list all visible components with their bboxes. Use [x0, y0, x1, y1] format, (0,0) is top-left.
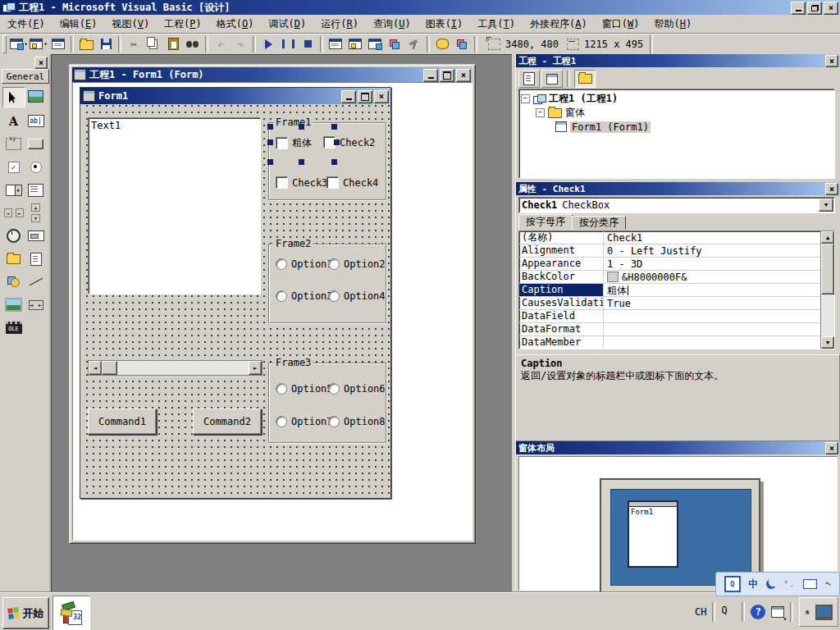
menu-help[interactable]: 帮助(H)	[646, 15, 699, 34]
tool-vscrollbar[interactable]: ▲▼	[25, 203, 47, 222]
designer-minimize-button[interactable]	[423, 69, 438, 82]
option6-control[interactable]: Option6	[328, 383, 386, 395]
property-row[interactable]: CausesValidationTrue	[519, 297, 821, 310]
tool-data[interactable]: ◄►	[25, 295, 47, 314]
undo-button[interactable]: ↶	[211, 35, 231, 53]
frame1-control[interactable]: Frame1 粗体 Check2 Check3 Check4	[268, 122, 386, 200]
add-form-button[interactable]: ▾	[29, 35, 48, 53]
toolbar-grip[interactable]	[2, 35, 7, 53]
menu-diagram[interactable]: 图表(I)	[418, 15, 471, 34]
toggle-folders-button[interactable]	[574, 70, 596, 88]
minimize-button[interactable]	[791, 2, 806, 15]
menu-file[interactable]: 文件(F)	[0, 15, 52, 34]
property-row[interactable]: DataField	[519, 310, 821, 323]
selection-handle[interactable]	[267, 124, 273, 130]
ime-settings-wrench-icon[interactable]: ⌐	[822, 578, 834, 590]
property-row-selected[interactable]: Caption粗体	[519, 284, 821, 297]
toolbox-button[interactable]	[404, 35, 424, 53]
command1-button[interactable]: Command1	[88, 409, 157, 435]
menu-query[interactable]: 查询(U)	[366, 15, 418, 34]
ime-fullwidth-icon[interactable]	[766, 579, 776, 589]
tool-picturebox[interactable]	[25, 87, 47, 106]
designer-titlebar[interactable]: 工程1 - Form1 (Form) ×	[72, 67, 472, 82]
tool-hscrollbar[interactable]: ◄►	[3, 203, 25, 222]
ime-tray-icon[interactable]: Q	[721, 605, 736, 619]
tool-image[interactable]	[3, 295, 25, 314]
option7-control[interactable]: Option7	[276, 416, 333, 427]
tool-combobox[interactable]	[3, 180, 25, 199]
selection-handle[interactable]	[299, 124, 304, 130]
designer-maximize-button[interactable]	[440, 69, 454, 82]
radio-circle[interactable]	[276, 416, 287, 427]
properties-close-button[interactable]: ×	[825, 183, 838, 195]
selection-handle[interactable]	[267, 139, 273, 145]
tool-shape[interactable]	[3, 272, 25, 291]
option4-control[interactable]: Option4	[328, 290, 386, 302]
menu-edit[interactable]: 编辑(E)	[52, 15, 105, 34]
option5-control[interactable]: Option5	[276, 383, 333, 395]
collapse-icon[interactable]: −	[536, 108, 545, 117]
form1-close-button[interactable]: ×	[374, 90, 389, 103]
tool-label[interactable]: A	[3, 112, 25, 130]
tool-filelistbox[interactable]	[25, 249, 47, 268]
tree-item-forms-folder[interactable]: − 窗体	[521, 106, 833, 120]
open-project-button[interactable]	[76, 35, 96, 53]
form1-window[interactable]: Form1 × Text1 Frame1 粗体 Ch	[80, 87, 391, 499]
radio-circle[interactable]	[276, 258, 287, 270]
properties-window-button[interactable]	[345, 35, 365, 53]
redo-button[interactable]: ↷	[231, 35, 250, 53]
tool-listbox[interactable]	[25, 180, 47, 199]
help-tray-icon[interactable]: ?	[751, 605, 765, 619]
checkbox-box[interactable]	[276, 176, 288, 189]
language-indicator[interactable]: CH	[695, 606, 706, 618]
frame3-control[interactable]: Frame3 Option5 Option6 Option7 Option8	[268, 363, 386, 443]
hscroll1-control[interactable]: ◄ ►	[88, 360, 262, 376]
tool-timer[interactable]	[3, 226, 25, 245]
toolbox-close-button[interactable]: ×	[34, 57, 48, 69]
tab-categorized[interactable]: 按分类序	[572, 216, 626, 230]
scroll-up-arrow[interactable]: ▲	[821, 231, 834, 244]
scroll-right-arrow[interactable]: ►	[249, 361, 262, 375]
toolbox-tab-general[interactable]: General	[2, 69, 49, 84]
menu-debug[interactable]: 调试(D)	[262, 15, 314, 34]
view-object-button[interactable]	[541, 70, 563, 88]
project-close-button[interactable]: ×	[825, 55, 838, 67]
property-row[interactable]: DataFormat	[519, 323, 821, 336]
properties-titlebar[interactable]: 属性 - Check1 ×	[516, 182, 840, 195]
tool-ole[interactable]: OLE	[3, 318, 25, 337]
option1-control[interactable]: Option1	[276, 258, 333, 270]
add-project-button[interactable]: ▾	[9, 35, 29, 53]
start-button[interactable]	[258, 35, 278, 53]
designer-close-button[interactable]: ×	[456, 69, 471, 82]
check1-control[interactable]: 粗体	[276, 136, 312, 150]
text1-control[interactable]: Text1	[88, 117, 261, 294]
form-layout-titlebar[interactable]: 窗体布局 ×	[516, 441, 840, 454]
tree-item-project[interactable]: − 工程1 (工程1)	[521, 92, 833, 106]
form-layout-button[interactable]	[365, 35, 385, 53]
checkbox-box[interactable]	[326, 176, 339, 189]
window-options-tray-icon[interactable]	[771, 606, 784, 618]
selection-handle[interactable]	[299, 159, 304, 165]
checkbox-box[interactable]	[276, 137, 288, 149]
property-row[interactable]: DataMember	[519, 336, 821, 349]
data-view-button[interactable]	[432, 35, 452, 53]
property-row[interactable]: BackColor&H8000000F&	[519, 271, 821, 284]
show-hidden-icons-chevron[interactable]: «	[802, 609, 813, 615]
menu-project[interactable]: 工程(P)	[157, 15, 209, 34]
view-code-button[interactable]	[518, 70, 540, 88]
tool-commandbutton[interactable]	[25, 135, 47, 153]
break-button[interactable]	[278, 35, 298, 53]
tool-checkbox[interactable]: ✓	[3, 158, 25, 176]
property-row[interactable]: Alignment0 - Left Justify	[519, 244, 821, 258]
copy-button[interactable]	[144, 35, 163, 53]
tool-textbox[interactable]: ab|	[25, 112, 47, 130]
form1-titlebar[interactable]: Form1 ×	[80, 88, 390, 104]
cut-button[interactable]: ✂	[124, 35, 144, 53]
option2-control[interactable]: Option2	[328, 258, 386, 270]
form1-maximize-button[interactable]	[358, 90, 372, 103]
tool-pointer[interactable]	[2, 87, 25, 107]
scroll-thumb[interactable]	[821, 244, 834, 294]
ime-soft-keyboard-icon[interactable]	[803, 579, 817, 589]
scroll-left-arrow[interactable]: ◄	[89, 361, 102, 375]
ime-punctuation-icon[interactable]: °，	[783, 579, 795, 590]
